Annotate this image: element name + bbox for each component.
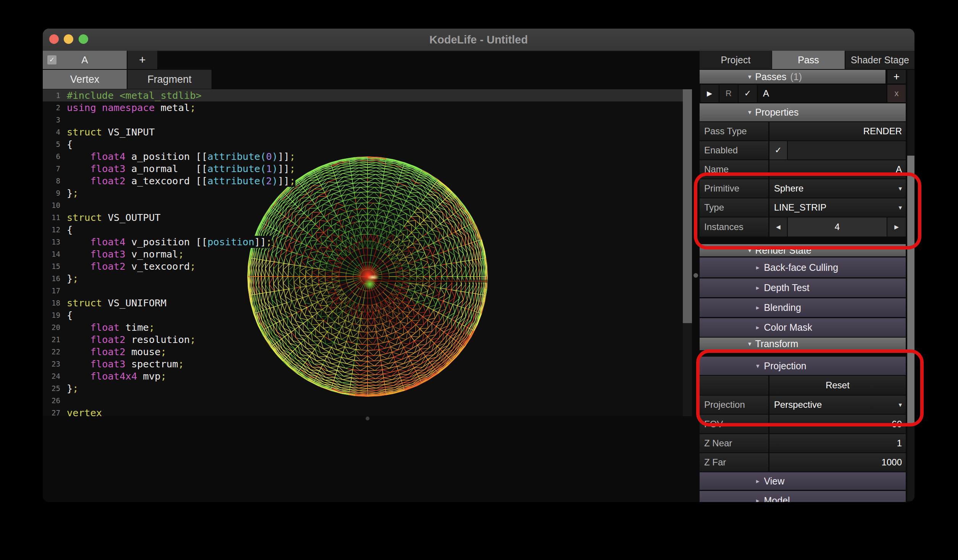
pass-tab-a[interactable]: ✓ A (43, 51, 127, 69)
tab-project-label: Project (721, 55, 751, 66)
render-state-item-backface-culling[interactable]: ▸ Back-face Culling (700, 257, 906, 277)
tab-fragment[interactable]: Fragment (127, 70, 211, 89)
view-header-label: View (764, 476, 785, 487)
projection-dropdown[interactable]: Perspective ▾ (769, 396, 906, 414)
name-field[interactable]: A (769, 160, 906, 179)
page-indicator-dot[interactable] (366, 417, 369, 420)
item-label: Back-face Culling (764, 262, 839, 273)
line-number: 5 (43, 138, 60, 150)
line-number: 11 (43, 211, 60, 224)
tab-pass-label: Pass (798, 55, 819, 66)
render-state-item-blending[interactable]: ▸ Blending (700, 298, 906, 317)
chevron-right-icon: ▸ (756, 304, 760, 312)
model-header-label: Model (764, 495, 790, 502)
chevron-down-icon: ▾ (748, 340, 752, 348)
type-dropdown[interactable]: LINE_STRIP ▾ (769, 198, 906, 217)
render-state-header-label: Render State (755, 245, 811, 256)
arrow-left-icon: ◀ (776, 224, 781, 230)
pass-enabled-checkbox[interactable]: ✓ (47, 55, 56, 64)
render-state-item-color-mask[interactable]: ▸ Color Mask (700, 318, 906, 337)
model-subsection-header[interactable]: ▸ Model (700, 491, 906, 502)
tab-shader-stage-label: Shader Stage (851, 55, 909, 66)
pass-reload-button[interactable]: R (719, 85, 738, 102)
screenshot-page: KodeLife - Untitled ✓ A + Vertex Fragmen… (0, 0, 958, 560)
type-label: Type (700, 198, 768, 217)
line-number: 1 (43, 89, 60, 101)
line-number: 9 (43, 187, 60, 199)
projection-subsection-header[interactable]: ▾ Projection (700, 357, 906, 375)
enabled-checkbox[interactable]: ✓ (769, 141, 787, 159)
code-line: float4 a_position [[attribute(0)]]; (67, 150, 295, 163)
tab-shader-stage[interactable]: Shader Stage (845, 51, 914, 69)
line-number: 10 (43, 199, 60, 211)
line-number: 18 (43, 297, 60, 309)
line-number: 26 (43, 394, 60, 407)
add-pass-button[interactable]: + (887, 70, 906, 84)
enabled-label: Enabled (700, 141, 768, 159)
window-title: KodeLife - Untitled (43, 29, 914, 51)
line-number: 6 (43, 150, 60, 163)
fov-field[interactable]: 60 (769, 415, 906, 433)
line-number: 19 (43, 309, 60, 321)
code-line: { (67, 309, 73, 321)
plus-icon: + (139, 53, 146, 66)
pass-enabled-toggle[interactable]: ✓ (739, 85, 757, 102)
kodelife-window: KodeLife - Untitled ✓ A + Vertex Fragmen… (43, 29, 914, 502)
line-number: 8 (43, 175, 60, 187)
add-pass-tab-button[interactable]: + (127, 51, 157, 69)
znear-field[interactable]: 1 (769, 434, 906, 452)
panel-scrollbar-thumb[interactable] (907, 156, 914, 425)
tab-vertex-label: Vertex (70, 74, 100, 85)
line-number: 27 (43, 407, 60, 416)
item-label: Depth Test (764, 282, 810, 293)
pass-name-field[interactable]: A (758, 85, 886, 102)
code-line: }; (67, 382, 79, 394)
line-number: 12 (43, 224, 60, 236)
pass-play-button[interactable]: ▶ (700, 85, 719, 102)
render-state-item-depth-test[interactable]: ▸ Depth Test (700, 278, 906, 297)
chevron-right-icon: ▸ (756, 323, 760, 331)
instances-label: Instances (700, 217, 768, 237)
code-line: float2 a_texcoord [[attribute(2)]]; (67, 175, 295, 187)
passes-section-header[interactable]: ▾ Passes (1) (700, 70, 885, 84)
code-line: { (67, 224, 73, 236)
code-line: float4 v_position [[position]]; (67, 236, 272, 248)
chevron-right-icon: ▸ (756, 284, 760, 292)
line-number: 3 (43, 114, 60, 126)
chevron-down-icon: ▾ (748, 246, 752, 254)
instances-value-field[interactable]: 4 (788, 217, 887, 237)
code-editor[interactable]: 1234567891011121314151617181920212223242… (43, 89, 692, 416)
code-line: }; (67, 187, 79, 199)
line-number: 17 (43, 285, 60, 297)
code-line: float4x4 mvp; (67, 370, 166, 382)
tab-pass[interactable]: Pass (772, 51, 845, 69)
code-line: { (67, 138, 73, 150)
view-subsection-header[interactable]: ▸ View (700, 472, 906, 490)
reload-r-icon: R (726, 89, 732, 98)
titlebar: KodeLife - Untitled (43, 29, 914, 51)
transform-header-label: Transform (755, 338, 798, 349)
line-number: 24 (43, 370, 60, 382)
instances-decrement-button[interactable]: ◀ (769, 217, 787, 237)
pass-close-button[interactable]: x (887, 85, 906, 102)
properties-section-header[interactable]: ▾ Properties (700, 103, 906, 121)
transform-section-header[interactable]: ▾ Transform (700, 338, 906, 350)
tab-fragment-label: Fragment (147, 74, 192, 85)
chevron-down-icon: ▾ (898, 401, 902, 409)
reset-button[interactable]: Reset (769, 376, 906, 395)
plus-icon: + (893, 71, 900, 83)
chevron-down-icon: ▾ (898, 204, 902, 212)
tab-project[interactable]: Project (700, 51, 772, 69)
zfar-field[interactable]: 1000 (769, 453, 906, 471)
tab-vertex[interactable]: Vertex (43, 70, 127, 89)
play-icon: ▶ (707, 89, 712, 98)
code-line: vertex (67, 407, 102, 416)
splitter-handle[interactable] (694, 273, 698, 278)
primitive-label: Primitive (700, 179, 768, 198)
primitive-dropdown[interactable]: Sphere ▾ (769, 179, 906, 198)
chevron-down-icon: ▾ (748, 108, 752, 116)
item-label: Color Mask (764, 322, 812, 333)
render-state-section-header[interactable]: ▾ Render State (700, 244, 906, 256)
editor-scrollbar-thumb[interactable] (683, 89, 692, 323)
instances-increment-button[interactable]: ▶ (887, 217, 906, 237)
